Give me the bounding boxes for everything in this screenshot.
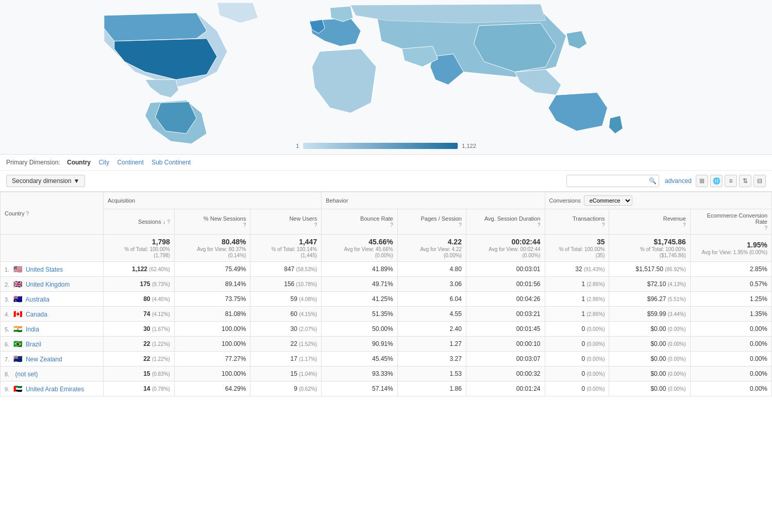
bounce-rate-cell: 93.33% <box>322 367 398 381</box>
secondary-dimension-label: Secondary dimension <box>12 177 71 185</box>
country-link[interactable]: Canada <box>26 311 47 318</box>
bounce-rate-cell: 50.00% <box>322 322 398 337</box>
transactions-cell: 1 (2.86%) <box>545 292 609 307</box>
search-icon: 🔍 <box>649 177 657 185</box>
sessions-cell: 80 (4.45%) <box>104 292 175 307</box>
country-link[interactable]: (not set) <box>15 371 38 378</box>
sessions-cell: 74 (4.12%) <box>104 307 175 322</box>
secondary-dimension-button[interactable]: Secondary dimension ▼ <box>6 175 85 187</box>
total-revenue: $1,745.86 % of Total: 100.00% ($1,745.86… <box>609 235 690 262</box>
country-cell: 1. 🇺🇸 United States <box>1 262 104 277</box>
scale-min: 1 <box>296 143 299 149</box>
country-link[interactable]: Brazil <box>26 341 41 348</box>
avg-session-cell: 00:03:21 <box>466 307 545 322</box>
primary-dimension-bar: Primary Dimension: Country City Continen… <box>0 155 772 171</box>
primary-dimension-label: Primary Dimension: <box>6 159 60 166</box>
country-cell: 7. 🇳🇿 New Zealand <box>1 352 104 367</box>
total-pages-per-session: 4.22 Avg for View: 4.22 (0.00%) <box>397 235 466 262</box>
bounce-rate-cell: 57.14% <box>322 381 398 396</box>
sessions-cell: 22 (1.22%) <box>104 337 175 352</box>
dimension-country-link[interactable]: Country <box>67 159 91 166</box>
avg-session-cell: 00:01:56 <box>466 277 545 292</box>
row-number: 8. <box>5 371 9 377</box>
sessions-cell: 175 (9.73%) <box>104 277 175 292</box>
sessions-cell: 14 (0.78%) <box>104 381 175 396</box>
new-users-cell: 59 (4.08%) <box>250 292 322 307</box>
transactions-cell: 32 (91.43%) <box>545 262 609 277</box>
avg-session-cell: 00:01:45 <box>466 322 545 337</box>
col-header-bounce-rate[interactable]: Bounce Rate ? <box>322 209 398 235</box>
toolbar: Secondary dimension ▼ 🔍 advanced ⊞ 🌐 ≡ ⇅… <box>0 171 772 192</box>
col-header-pct-new-sessions[interactable]: % New Sessions ? <box>174 209 250 235</box>
table-row: 6. 🇧🇷 Brazil 22 (1.22%)100.00%22 (1.52%)… <box>1 337 772 352</box>
ecommerce-rate-cell: 1.35% <box>690 307 771 322</box>
total-transactions: 35 % of Total: 100.00% (35) <box>545 235 609 262</box>
country-link[interactable]: Australia <box>25 296 49 303</box>
row-number: 6. <box>5 341 9 347</box>
grid-view-icon[interactable]: ⊞ <box>696 175 708 187</box>
country-link[interactable]: United Arab Emirates <box>26 386 84 393</box>
sessions-cell: 30 (1.67%) <box>104 322 175 337</box>
country-flag: 🇮🇳 <box>13 325 22 333</box>
revenue-cell: $0.00 (0.00%) <box>609 381 690 396</box>
transactions-cell: 0 (0.00%) <box>545 337 609 352</box>
country-cell: 4. 🇨🇦 Canada <box>1 307 104 322</box>
dimension-continent-link[interactable]: Continent <box>117 159 143 166</box>
new-users-cell: 60 (4.15%) <box>250 307 322 322</box>
dimension-city-link[interactable]: City <box>98 159 109 166</box>
pct-new-sessions-cell: 89.14% <box>174 277 250 292</box>
revenue-cell: $0.00 (0.00%) <box>609 337 690 352</box>
chevron-down-icon: ▼ <box>73 177 79 185</box>
bounce-rate-cell: 90.91% <box>322 337 398 352</box>
country-flag: 🇦🇺 <box>13 295 22 303</box>
pct-new-sessions-cell: 100.00% <box>174 367 250 381</box>
row-number: 7. <box>5 356 9 362</box>
col-header-sessions[interactable]: Sessions ↓ ? <box>104 209 175 235</box>
compare-view-icon[interactable]: ⇅ <box>739 175 751 187</box>
secondary-dimension-container: Secondary dimension ▼ <box>6 175 85 187</box>
list-view-icon[interactable]: ≡ <box>725 175 737 187</box>
table-row: 3. 🇦🇺 Australia 80 (4.45%)73.75%59 (4.08… <box>1 292 772 307</box>
col-header-revenue[interactable]: Revenue ? <box>609 209 690 235</box>
new-users-cell: 847 (58.53%) <box>250 262 322 277</box>
ecommerce-rate-cell: 2.85% <box>690 262 771 277</box>
col-header-transactions[interactable]: Transactions ? <box>545 209 609 235</box>
col-header-avg-session[interactable]: Avg. Session Duration ? <box>466 209 545 235</box>
col-header-new-users[interactable]: New Users ? <box>250 209 322 235</box>
revenue-cell: $0.00 (0.00%) <box>609 367 690 381</box>
toolbar-right: 🔍 advanced ⊞ 🌐 ≡ ⇅ ⊟ <box>566 175 766 187</box>
pages-per-session-cell: 1.27 <box>397 337 466 352</box>
table-row: 7. 🇳🇿 New Zealand 22 (1.22%)77.27%17 (1.… <box>1 352 772 367</box>
table-row: 8. (not set) 15 (0.83%)100.00%15 (1.04%)… <box>1 367 772 381</box>
totals-label <box>1 235 104 262</box>
country-link[interactable]: United Kingdom <box>26 281 70 288</box>
country-link[interactable]: India <box>26 326 39 333</box>
ecommerce-select[interactable]: eCommerce <box>584 195 632 206</box>
pct-new-sessions-cell: 100.00% <box>174 322 250 337</box>
avg-session-cell: 00:04:26 <box>466 292 545 307</box>
avg-session-cell: 00:00:32 <box>466 367 545 381</box>
pages-per-session-cell: 4.80 <box>397 262 466 277</box>
transactions-cell: 1 (2.86%) <box>545 307 609 322</box>
dimension-subcontinent-link[interactable]: Sub Continent <box>152 159 191 166</box>
country-link[interactable]: New Zealand <box>26 356 62 363</box>
pages-per-session-cell: 3.06 <box>397 277 466 292</box>
country-cell: 6. 🇧🇷 Brazil <box>1 337 104 352</box>
pivot-view-icon[interactable]: ⊟ <box>753 175 766 187</box>
bounce-rate-cell: 51.35% <box>322 307 398 322</box>
revenue-cell: $0.00 (0.00%) <box>609 352 690 367</box>
total-avg-session: 00:02:44 Avg for View: 00:02:44 (0.00%) <box>466 235 545 262</box>
country-link[interactable]: United States <box>26 266 63 273</box>
data-table: Country ? Acquisition Behavior Conversio… <box>0 192 772 396</box>
ecommerce-rate-cell: 0.00% <box>690 337 771 352</box>
col-header-ecommerce-rate[interactable]: Ecommerce Conversion Rate ? <box>690 209 771 235</box>
transactions-cell: 0 (0.00%) <box>545 381 609 396</box>
search-input[interactable] <box>566 175 659 187</box>
col-header-pages-per-session[interactable]: Pages / Session ? <box>397 209 466 235</box>
new-users-cell: 30 (2.07%) <box>250 322 322 337</box>
advanced-link[interactable]: advanced <box>665 177 692 185</box>
ecommerce-rate-cell: 0.00% <box>690 367 771 381</box>
behavior-header: Behavior <box>322 192 545 209</box>
globe-view-icon[interactable]: 🌐 <box>710 175 723 187</box>
new-users-cell: 9 (0.62%) <box>250 381 322 396</box>
